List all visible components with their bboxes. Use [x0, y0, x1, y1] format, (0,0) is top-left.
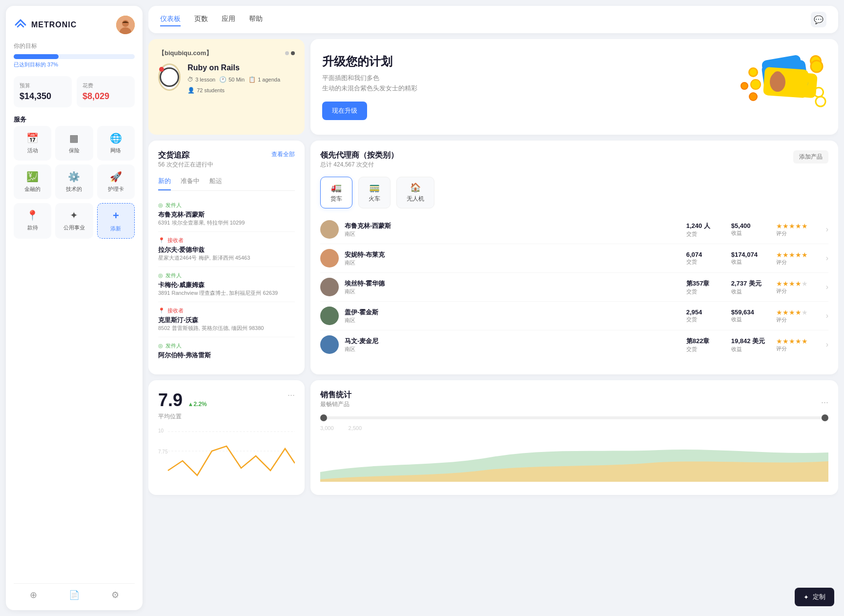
agent-stat-1: 6,074 交货 — [686, 251, 725, 266]
row-3: 7.9 ▲2.2% ··· 平均位置 10 7.75 — [148, 380, 838, 495]
delivery-name-0: 布鲁克林-西蒙斯 — [158, 210, 295, 219]
agent-info-0: 布鲁克林-西蒙斯 南区 — [345, 222, 680, 238]
service-item-zhudai[interactable]: 📍 款待 — [14, 203, 51, 239]
service-item-tianjia[interactable]: + 添新 — [97, 203, 135, 239]
agent-avatar-0 — [320, 220, 339, 239]
budget-value: $14,350 — [20, 91, 66, 102]
chat-icon[interactable]: 💬 — [811, 12, 826, 27]
stats-more-icon[interactable]: ··· — [288, 390, 295, 400]
sales-title: 销售统计 — [320, 390, 351, 400]
agents-title: 领先代理商（按类别） — [320, 150, 398, 161]
stars-2: ★★★★★ — [776, 280, 808, 287]
nav-help[interactable]: 帮助 — [249, 13, 263, 26]
service-item-jishu[interactable]: ⚙️ 技术的 — [55, 164, 93, 199]
arrow-1[interactable]: › — [826, 254, 828, 263]
category-tabs: 🚛 货车 🚃 火车 🏠 无人机 — [320, 177, 828, 208]
course-logo-inner — [160, 67, 179, 87]
tab-shipping[interactable]: 船运 — [209, 177, 222, 190]
duration-text: 50 Min — [228, 77, 245, 82]
agent-area-3: 南区 — [345, 317, 680, 324]
nav-dashboard[interactable]: 仪表板 — [160, 13, 181, 26]
rating-label-4: 评分 — [776, 345, 787, 352]
service-item-jinrong[interactable]: 💹 金融的 — [14, 164, 51, 199]
service-name-zhudai: 款待 — [27, 224, 38, 231]
expense-value: $8,029 — [82, 91, 129, 102]
agent-rev-val-3: $59,634 — [731, 308, 754, 316]
tab-preparing[interactable]: 准备中 — [181, 177, 200, 190]
avatar-img — [116, 16, 135, 34]
dot-1 — [285, 51, 289, 55]
delivery-title-group: 交货追踪 56 次交付正在进行中 — [158, 150, 213, 175]
svg-text:10: 10 — [158, 428, 164, 433]
service-item-huli[interactable]: 🚀 护理卡 — [97, 164, 135, 199]
delivery-role-text-2: 发件人 — [165, 272, 182, 279]
arrow-0[interactable]: › — [826, 225, 828, 234]
agent-trans-label-3: 交货 — [686, 316, 697, 323]
receiver-icon-3: 📍 — [158, 308, 165, 314]
delivery-item-4: ◎ 发件人 阿尔伯特-弗洛雷斯 — [158, 337, 295, 365]
sales-more-icon[interactable]: ··· — [821, 397, 828, 408]
agent-stat-4: 第822章 交货 — [686, 337, 725, 353]
dot-2 — [291, 51, 295, 55]
duration-icon: 🕐 — [219, 76, 226, 83]
agent-trans-label-1: 交货 — [686, 258, 697, 266]
nav-apps[interactable]: 应用 — [222, 13, 235, 26]
agent-rev-label-1: 收益 — [731, 258, 742, 266]
sales-title-group: 销售统计 最畅销产品 — [320, 390, 351, 414]
stars-1: ★★★★★ — [776, 251, 808, 259]
agent-info-1: 安妮特-布莱克 南区 — [345, 250, 680, 267]
arrow-2[interactable]: › — [826, 283, 828, 291]
slider-thumb-left[interactable] — [320, 414, 327, 421]
rating-label-3: 评分 — [776, 316, 787, 324]
delivery-item-1: 📍 接收者 拉尔夫-爱德华兹 星家大道2464号 梅萨, 新泽西州 45463 — [158, 232, 295, 267]
meta-lessons: ⏱ 3 lesson — [187, 76, 215, 83]
rating-label-2: 评分 — [776, 287, 787, 295]
cat-tab-drone[interactable]: 🏠 无人机 — [396, 177, 434, 208]
service-name-huodong: 活动 — [27, 147, 38, 154]
service-item-wangluo[interactable]: 🌐 网络 — [97, 126, 135, 161]
layers-icon[interactable]: ⊕ — [30, 590, 37, 600]
agent-rev-0: $5,400 收益 — [731, 222, 770, 237]
service-item-huodong[interactable]: 📅 活动 — [14, 126, 51, 161]
students-text: 72 students — [197, 87, 225, 93]
course-url: 【biqubiqu.com】 — [158, 49, 212, 58]
logo-icon — [14, 18, 27, 32]
rating-label-1: 评分 — [776, 259, 787, 266]
service-item-gonggong[interactable]: ✦ 公用事业 — [55, 203, 93, 239]
agent-info-4: 马文-麦金尼 南区 — [345, 337, 680, 353]
delivery-link[interactable]: 查看全部 — [271, 150, 295, 159]
agent-rating-2: ★★★★★ 评分 — [776, 280, 820, 295]
customize-button[interactable]: ✦ 定制 — [795, 588, 834, 606]
agent-trans-val-3: 2,954 — [686, 308, 702, 316]
upgrade-button[interactable]: 现在升级 — [322, 102, 367, 120]
goal-section: 你的目标 已达到目标的 37% — [14, 42, 135, 68]
students-icon: 👤 — [187, 87, 195, 94]
delivery-tabs: 新的 准备中 船运 — [158, 177, 295, 191]
avatar — [116, 16, 135, 34]
progress-bar-bg — [14, 54, 135, 59]
delivery-card: 交货追踪 56 次交付正在进行中 查看全部 新的 准备中 船运 ◎ 发件人 — [148, 141, 305, 374]
cat-label-train: 火车 — [369, 195, 380, 203]
delivery-item-3: 📍 接收者 克里斯汀-沃森 8502 普雷斯顿路, 英格尔伍德, 缅因州 983… — [158, 302, 295, 337]
tab-new[interactable]: 新的 — [158, 177, 171, 190]
course-card: 【biqubiqu.com】 Ruby on Rails — [148, 39, 305, 135]
service-item-baoxian[interactable]: ▦ 保险 — [55, 126, 93, 161]
arrow-4[interactable]: › — [826, 340, 828, 349]
arrow-3[interactable]: › — [826, 311, 828, 320]
file-icon[interactable]: 📄 — [69, 590, 80, 600]
sales-card: 销售统计 最畅销产品 ··· 3,000 2,500 — [310, 380, 838, 495]
agent-rating-0: ★★★★★ 评分 — [776, 222, 820, 237]
gear-icon[interactable]: ⚙ — [111, 590, 119, 600]
add-product-button[interactable]: 添加产品 — [793, 150, 828, 164]
cat-tab-train[interactable]: 🚃 火车 — [358, 177, 391, 208]
logo: METRONIC — [14, 18, 77, 32]
nav-pages[interactable]: 页数 — [194, 13, 208, 26]
delivery-role-text-3: 接收者 — [167, 307, 184, 314]
slider-thumb-right[interactable] — [822, 414, 828, 421]
agent-name-2: 埃丝特-霍华德 — [345, 279, 680, 288]
sales-header: 销售统计 最畅销产品 ··· — [320, 390, 828, 414]
cat-tab-truck[interactable]: 🚛 货车 — [320, 177, 352, 208]
service-name-tianjia: 添新 — [110, 225, 121, 232]
sales-chart-area — [320, 433, 828, 482]
cat-label-truck: 货车 — [330, 195, 342, 203]
